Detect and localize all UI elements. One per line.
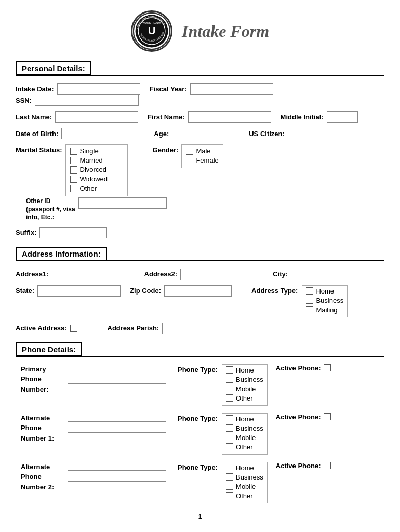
row-address1-2-city: Address1: Address2: City: [16, 269, 384, 280]
row-name: Last Name: First Name: Middle Initial: [16, 111, 384, 123]
intake-date-input[interactable] [57, 83, 140, 95]
addr-type-mailing-label: Mailing [316, 306, 337, 314]
active-address-checkbox[interactable] [70, 325, 77, 332]
primary-phone-mobile: Mobile [226, 385, 263, 393]
alternate1-phone-input-col [68, 413, 166, 433]
alt2-phone-other-checkbox[interactable] [226, 492, 233, 499]
alt1-active-phone-label: Active Phone: [276, 413, 321, 421]
alternate1-phone-type-block: Home Business Mobile Other [222, 413, 268, 455]
fiscal-year-input[interactable] [190, 83, 273, 95]
gender-male-checkbox[interactable] [186, 148, 193, 155]
middle-initial-input[interactable] [327, 111, 358, 123]
alt1-phone-mobile-label: Mobile [236, 434, 256, 442]
marital-divorced-checkbox[interactable] [70, 166, 77, 174]
primary-phone-input[interactable] [68, 373, 166, 384]
us-citizen-checkbox[interactable] [288, 130, 295, 137]
marital-other-checkbox[interactable] [70, 185, 77, 192]
address-type-group: Address Type: Home Business Mailing [251, 285, 348, 317]
addr-type-business-checkbox[interactable] [306, 297, 313, 304]
city-input[interactable] [291, 269, 358, 280]
alternate1-phone-label: AlternatePhoneNumber 1: [21, 413, 68, 444]
row-intake-fiscal-ssn: Intake Date: Fiscal Year: SSN: [16, 83, 384, 106]
first-name-group: First Name: [148, 111, 271, 123]
state-input[interactable] [37, 285, 121, 297]
primary-phone-home-checkbox[interactable] [226, 366, 233, 374]
marital-single-label: Single [80, 147, 99, 155]
marital-divorced: Divorced [70, 166, 123, 174]
primary-active-phone-checkbox[interactable] [324, 364, 331, 371]
alt1-phone-home-label: Home [236, 415, 254, 423]
page-header: U LOUISIANA COMMUNITY & TECHNICAL COLLEG… [16, 10, 384, 52]
row-marital-gender-otherid: Marital Status: Single Married Divorced … [16, 144, 384, 222]
marital-other-label: Other [80, 184, 97, 192]
city-group: City: [273, 269, 358, 280]
last-name-input[interactable] [55, 111, 138, 123]
address1-input[interactable] [52, 269, 135, 280]
alternate2-phone-input[interactable] [68, 470, 166, 482]
marital-divorced-label: Divorced [80, 166, 106, 174]
primary-active-phone-col: Active Phone: [276, 364, 331, 372]
marital-widowed: Widowed [70, 175, 123, 183]
addr-type-home-checkbox[interactable] [306, 287, 313, 295]
primary-phone-other: Other [226, 394, 263, 402]
address2-label: Address2: [144, 270, 178, 278]
marital-widowed-checkbox[interactable] [70, 176, 77, 183]
alt1-phone-business-checkbox[interactable] [226, 424, 233, 432]
zip-input[interactable] [164, 285, 232, 297]
alt1-phone-home-checkbox[interactable] [226, 415, 233, 422]
age-input[interactable] [172, 128, 239, 139]
alternate1-phone-row: AlternatePhoneNumber 1: Phone Type: Home… [16, 413, 384, 455]
marital-married: Married [70, 156, 123, 164]
alternate1-phone-input[interactable] [68, 421, 166, 433]
primary-phone-type-row: Phone Type: Home Business Mobile Other [178, 364, 268, 406]
primary-phone-other-checkbox[interactable] [226, 394, 233, 402]
gender-male: Male [186, 147, 218, 155]
ssn-input[interactable] [35, 95, 139, 106]
primary-phone-mobile-checkbox[interactable] [226, 385, 233, 392]
middle-initial-group: Middle Initial: [281, 111, 358, 123]
other-id-input[interactable] [78, 197, 167, 209]
suffix-input[interactable] [39, 227, 107, 238]
phone-details-header: Phone Details: [16, 342, 82, 356]
alt2-phone-home-checkbox[interactable] [226, 464, 233, 471]
first-name-input[interactable] [188, 111, 271, 123]
personal-details-title-row: Personal Details: [16, 61, 384, 75]
alt2-phone-home: Home [226, 464, 263, 472]
gender-male-label: Male [196, 147, 210, 155]
state-group: State: [16, 285, 121, 297]
marital-single-checkbox[interactable] [70, 148, 77, 155]
alternate2-phone-input-col [68, 462, 166, 482]
addr-type-mailing-checkbox[interactable] [306, 306, 313, 313]
active-address-group: Active Address: [16, 324, 77, 332]
other-id-group: Other ID(passport #, visainfo, Etc.: [26, 196, 167, 222]
alt2-phone-other-label: Other [236, 492, 253, 500]
gender-female-checkbox[interactable] [186, 157, 193, 164]
address-parish-group: Address Parish: [108, 323, 277, 334]
city-label: City: [273, 270, 288, 278]
dob-input[interactable] [61, 128, 144, 139]
alt2-phone-business-checkbox[interactable] [226, 473, 233, 481]
gender-label: Gender: [153, 146, 179, 154]
primary-phone-home-label: Home [236, 366, 254, 374]
other-id-label: Other ID(passport #, visainfo, Etc.: [26, 197, 75, 222]
primary-phone-home: Home [226, 366, 263, 374]
marital-married-checkbox[interactable] [70, 157, 77, 164]
alt1-phone-mobile-checkbox[interactable] [226, 434, 233, 441]
alt1-phone-other-label: Other [236, 443, 253, 451]
primary-phone-business-checkbox[interactable] [226, 376, 233, 383]
addr-type-business-label: Business [316, 297, 343, 304]
alt2-active-phone-label: Active Phone: [276, 462, 321, 470]
alt2-phone-business: Business [226, 473, 263, 481]
address-section: Address Information: Address1: Address2:… [16, 247, 384, 334]
primary-phone-label: PrimaryPhoneNumber: [21, 364, 68, 395]
primary-phone-row: PrimaryPhoneNumber: Phone Type: Home Bus… [16, 364, 384, 406]
address-parish-input[interactable] [162, 323, 276, 334]
address2-input[interactable] [180, 269, 263, 280]
primary-phone-business: Business [226, 376, 263, 383]
alt2-active-phone-checkbox[interactable] [324, 462, 331, 469]
alt1-phone-other-checkbox[interactable] [226, 443, 233, 450]
address-parish-label: Address Parish: [108, 324, 159, 332]
alt1-phone-business: Business [226, 424, 263, 432]
alt1-active-phone-checkbox[interactable] [324, 413, 331, 420]
alt2-phone-mobile-checkbox[interactable] [226, 483, 233, 490]
